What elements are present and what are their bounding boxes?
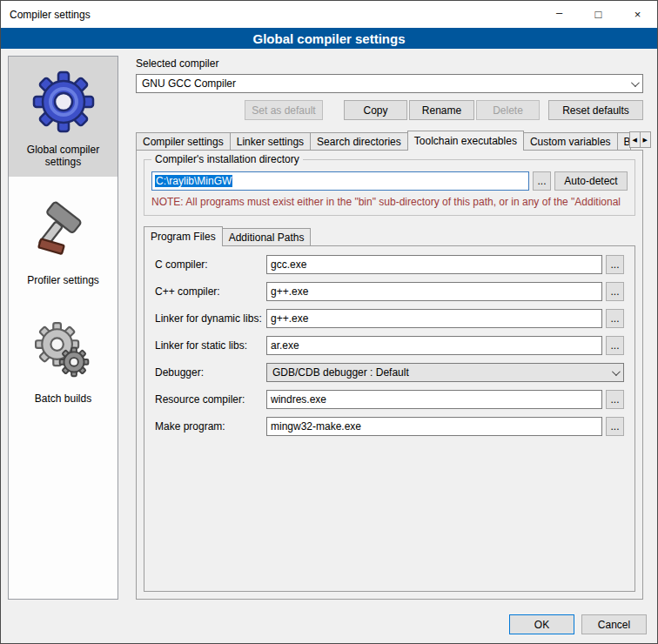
tab-scroll-controls: ◀ ▶ xyxy=(630,131,651,148)
copy-button[interactable]: Copy xyxy=(344,100,407,120)
tab-additional-paths[interactable]: Additional Paths xyxy=(222,228,312,245)
close-button[interactable]: × xyxy=(618,1,657,28)
linker-static-row: Linker for static libs: ... xyxy=(144,336,634,355)
compiler-actions: Set as default Copy Rename Delete Reset … xyxy=(136,100,643,120)
title-bar[interactable]: Compiler settings – □ × xyxy=(1,1,657,28)
program-files-tabstrip: Program Files Additional Paths xyxy=(144,226,642,245)
close-icon: × xyxy=(634,8,641,21)
ok-button[interactable]: OK xyxy=(509,614,574,634)
linker-dynamic-input[interactable] xyxy=(266,309,602,328)
sidebar-item-label: Profiler settings xyxy=(11,274,115,286)
dialog-content: Global compiler settings Profiler settin… xyxy=(1,49,657,607)
selected-compiler-label: Selected compiler xyxy=(136,57,643,70)
auto-detect-button[interactable]: Auto-detect xyxy=(554,171,628,191)
gray-gears-icon xyxy=(11,312,115,389)
compiler-select-value: GNU GCC Compiler xyxy=(142,77,626,90)
resource-compiler-browse-button[interactable]: ... xyxy=(606,390,624,409)
resource-compiler-label: Resource compiler: xyxy=(155,393,263,406)
make-program-row: Make program: ... xyxy=(144,417,634,436)
reset-defaults-button[interactable]: Reset defaults xyxy=(548,100,643,120)
blue-gear-icon xyxy=(11,64,115,140)
make-program-label: Make program: xyxy=(155,420,263,433)
installation-directory-group-title: Compiler's installation directory xyxy=(151,153,303,165)
installation-directory-row: C:\raylib\MinGW ... Auto-detect xyxy=(151,171,628,191)
set-as-default-button[interactable]: Set as default xyxy=(245,100,323,120)
installation-directory-input[interactable]: C:\raylib\MinGW xyxy=(151,171,529,191)
maximize-icon: □ xyxy=(595,8,602,21)
tab-scroll-right-icon[interactable]: ▶ xyxy=(640,131,651,148)
debugger-label: Debugger: xyxy=(155,366,263,379)
tab-toolchain-executables[interactable]: Toolchain executables xyxy=(407,131,524,151)
toolchain-executables-panel: Compiler's installation directory C:\ray… xyxy=(136,150,643,600)
chevron-down-icon xyxy=(612,367,621,376)
linker-static-browse-button[interactable]: ... xyxy=(606,336,624,355)
compiler-settings-window: Compiler settings – □ × Global compiler … xyxy=(0,0,658,644)
main-settings-area: Selected compiler GNU GCC Compiler Set a… xyxy=(127,56,650,600)
cpp-compiler-label: C++ compiler: xyxy=(155,285,263,298)
compiler-select[interactable]: GNU GCC Compiler xyxy=(136,74,643,93)
debugger-select-value: GDB/CDB debugger : Default xyxy=(272,366,607,379)
rename-button[interactable]: Rename xyxy=(409,100,474,120)
minimize-button[interactable]: – xyxy=(540,1,579,28)
sidebar-spacer xyxy=(9,177,118,187)
tab-program-files[interactable]: Program Files xyxy=(144,226,223,246)
debugger-row: Debugger: GDB/CDB debugger : Default xyxy=(144,363,634,382)
program-files-panel: C compiler: ... C++ compiler: ... Linker… xyxy=(144,245,635,592)
window-title: Compiler settings xyxy=(1,9,540,21)
linker-dynamic-browse-button[interactable]: ... xyxy=(606,309,624,328)
make-program-browse-button[interactable]: ... xyxy=(606,417,624,436)
linker-dynamic-row: Linker for dynamic libs: ... xyxy=(144,309,634,328)
make-program-input[interactable] xyxy=(266,417,602,436)
c-compiler-browse-button[interactable]: ... xyxy=(606,255,624,274)
maximize-button[interactable]: □ xyxy=(579,1,618,28)
c-compiler-row: C compiler: ... xyxy=(144,255,634,274)
tab-linker-settings[interactable]: Linker settings xyxy=(230,132,311,150)
page-title: Global compiler settings xyxy=(1,28,657,49)
chevron-down-icon xyxy=(631,78,640,87)
bin-subdirectory-note: NOTE: All programs must exist either in … xyxy=(151,196,628,208)
minimize-icon: – xyxy=(556,6,562,19)
resource-compiler-input[interactable] xyxy=(266,390,602,409)
sidebar-item-profiler-settings[interactable]: Profiler settings xyxy=(9,187,118,295)
linker-static-label: Linker for static libs: xyxy=(155,339,263,352)
sidebar-item-batch-builds[interactable]: Batch builds xyxy=(9,305,118,413)
settings-tabstrip: Compiler settings Linker settings Search… xyxy=(136,131,643,150)
cpp-compiler-browse-button[interactable]: ... xyxy=(606,282,624,301)
linker-dynamic-label: Linker for dynamic libs: xyxy=(155,312,263,325)
sidebar-item-global-compiler-settings[interactable]: Global compiler settings xyxy=(9,57,118,177)
dialog-footer: OK Cancel xyxy=(1,607,657,643)
sidebar-item-label: Global compiler settings xyxy=(11,144,115,168)
sidebar-spacer xyxy=(9,295,118,305)
browse-directory-button[interactable]: ... xyxy=(533,171,551,191)
c-compiler-input[interactable] xyxy=(266,255,602,274)
c-compiler-label: C compiler: xyxy=(155,258,263,271)
delete-button[interactable]: Delete xyxy=(476,100,540,120)
cpp-compiler-row: C++ compiler: ... xyxy=(144,282,634,301)
cpp-compiler-input[interactable] xyxy=(266,282,602,301)
tab-compiler-settings[interactable]: Compiler settings xyxy=(136,132,231,150)
resource-compiler-row: Resource compiler: ... xyxy=(144,390,634,409)
sidebar-item-label: Batch builds xyxy=(11,392,115,405)
installation-directory-value: C:\raylib\MinGW xyxy=(155,175,232,187)
installation-directory-group: Compiler's installation directory C:\ray… xyxy=(144,159,635,216)
profiler-hammer-icon xyxy=(11,194,115,271)
settings-category-list: Global compiler settings Profiler settin… xyxy=(8,56,118,600)
linker-static-input[interactable] xyxy=(266,336,602,355)
tab-custom-variables[interactable]: Custom variables xyxy=(523,132,618,150)
tab-search-directories[interactable]: Search directories xyxy=(310,132,408,150)
debugger-select[interactable]: GDB/CDB debugger : Default xyxy=(266,363,624,382)
cancel-button[interactable]: Cancel xyxy=(581,614,647,634)
